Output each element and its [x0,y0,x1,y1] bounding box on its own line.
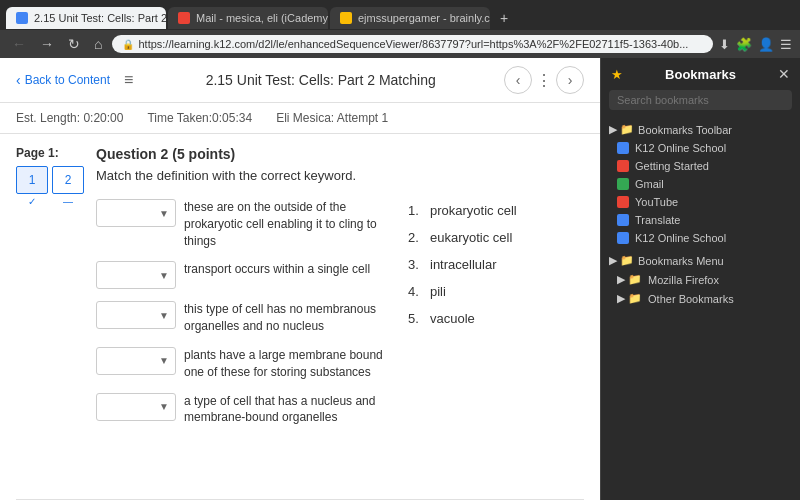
reload-button[interactable]: ↻ [64,34,84,54]
answers-column: 1. prokaryotic cell 2. eukaryotic cell 3… [408,199,517,326]
question-subtitle: Match the definition with the correct ke… [96,168,584,183]
answer-num-4: 4. [408,284,424,299]
browser-chrome: 2.15 Unit Test: Cells: Part 2 Ma... ✕ Ma… [0,0,800,58]
attempt-label: Eli Mesica: Attempt 1 [276,111,388,125]
url-text: https://learning.k12.com/d2l/le/enhanced… [138,38,688,50]
bookmarks-close-button[interactable]: ✕ [778,66,790,82]
back-arrow-icon: ‹ [16,72,21,88]
dropdown-2[interactable]: ▼ [96,261,176,289]
dropdown-1-arrow-icon: ▼ [159,208,169,219]
tab-3[interactable]: ejmssupergamer - brainly.com ✕ [330,7,490,29]
tab-favicon-3 [340,12,352,24]
back-to-content-label: Back to Content [25,73,110,87]
top-nav: ‹ Back to Content ≡ 2.15 Unit Test: Cell… [0,58,600,103]
bookmarks-title: Bookmarks [665,67,736,82]
bookmarks-star-icon: ★ [611,67,623,82]
answer-item-3: 3. intracellular [408,257,517,272]
url-box[interactable]: 🔒 https://learning.k12.com/d2l/le/enhanc… [112,35,713,53]
bookmarks-toolbar-header[interactable]: ▶ 📁 Bookmarks Toolbar [601,120,800,139]
dropdown-4[interactable]: ▼ [96,347,176,375]
page-layout: ‹ Back to Content ≡ 2.15 Unit Test: Cell… [0,58,800,500]
definition-text-3: this type of cell has no membranous orga… [184,301,384,335]
bookmark-k12-2[interactable]: K12 Online School [601,229,800,247]
more-options-button[interactable]: ⋮ [536,71,552,90]
definition-row-3: ▼ this type of cell has no membranous or… [96,301,384,335]
bookmark-other[interactable]: ▶ 📁 Other Bookmarks [601,289,800,308]
bookmark-favicon-k12-2 [617,232,629,244]
bookmark-label-mozilla: Mozilla Firefox [648,274,719,286]
home-button[interactable]: ⌂ [90,34,106,54]
tab-bar: 2.15 Unit Test: Cells: Part 2 Ma... ✕ Ma… [0,0,800,30]
page-item-1[interactable]: 1 [16,166,48,194]
definition-text-1: these are on the outside of the prokaryo… [184,199,384,249]
page-title: 2.15 Unit Test: Cells: Part 2 Matching [147,72,494,88]
folder-icon-toolbar: ▶ 📁 [609,123,634,136]
bookmarks-menu-header[interactable]: ▶ 📁 Bookmarks Menu [601,251,800,270]
prev-page-button[interactable]: ‹ [504,66,532,94]
nav-arrows: ‹ ⋮ › [504,66,584,94]
bookmarks-header: ★ Bookmarks ✕ [601,58,800,90]
question-area: Question 2 (5 points) Match the definiti… [96,146,584,487]
dropdown-5[interactable]: ▼ [96,393,176,421]
page-item-1-check: ✓ [16,196,48,207]
dropdown-5-arrow-icon: ▼ [159,401,169,412]
answer-text-5: vacuole [430,311,475,326]
bookmark-label-translate: Translate [635,214,680,226]
main-content: ‹ Back to Content ≡ 2.15 Unit Test: Cell… [0,58,600,500]
forward-nav-button[interactable]: → [36,34,58,54]
tab-label-1: 2.15 Unit Test: Cells: Part 2 Ma... [34,12,166,24]
tab-label-2: Mail - mesica, eli (iCademy Stu... [196,12,328,24]
back-nav-button[interactable]: ← [8,34,30,54]
question-points: (5 points) [172,146,235,162]
next-page-button[interactable]: › [556,66,584,94]
est-length: Est. Length: 0:20:00 [16,111,123,125]
bookmarks-menu-label: Bookmarks Menu [638,255,724,267]
bookmark-label-k12-1: K12 Online School [635,142,726,154]
bookmark-getting-started[interactable]: Getting Started [601,157,800,175]
answer-text-1: prokaryotic cell [430,203,517,218]
bookmarks-toolbar-label: Bookmarks Toolbar [638,124,732,136]
bookmarks-menu-section: ▶ 📁 Bookmarks Menu ▶ 📁 Mozilla Firefox ▶… [601,251,800,308]
extensions-icon[interactable]: 🧩 [736,37,752,52]
toolbar-icons: ⬇ 🧩 👤 ☰ [719,37,792,52]
dropdown-3[interactable]: ▼ [96,301,176,329]
bookmarks-panel: ★ Bookmarks ✕ ▶ 📁 Bookmarks Toolbar K12 … [600,58,800,500]
tab-active[interactable]: 2.15 Unit Test: Cells: Part 2 Ma... ✕ [6,7,166,29]
back-to-content-button[interactable]: ‹ Back to Content [16,72,110,88]
hamburger-menu-button[interactable]: ≡ [120,69,137,91]
definition-row-2: ▼ transport occurs within a single cell [96,261,384,289]
address-bar: ← → ↻ ⌂ 🔒 https://learning.k12.com/d2l/l… [0,30,800,58]
answer-num-3: 3. [408,257,424,272]
bookmark-translate[interactable]: Translate [601,211,800,229]
bookmark-favicon-translate [617,214,629,226]
answer-item-1: 1. prokaryotic cell [408,203,517,218]
page-item-2[interactable]: 2 [52,166,84,194]
menu-icon[interactable]: ☰ [780,37,792,52]
bookmark-folder-mozilla: ▶ 📁 [617,273,642,286]
tab-favicon-2 [178,12,190,24]
download-icon[interactable]: ⬇ [719,37,730,52]
definition-text-4: plants have a large membrane bound one o… [184,347,384,381]
bookmark-label-other: Other Bookmarks [648,293,734,305]
bookmark-favicon-k12 [617,142,629,154]
bookmarks-search-input[interactable] [609,90,792,110]
bookmark-k12-1[interactable]: K12 Online School [601,139,800,157]
bookmark-gmail[interactable]: Gmail [601,175,800,193]
bookmarks-toolbar-section: ▶ 📁 Bookmarks Toolbar K12 Online School … [601,120,800,247]
question-title: Question 2 (5 points) [96,146,584,162]
answer-item-5: 5. vacuole [408,311,517,326]
bookmark-mozilla[interactable]: ▶ 📁 Mozilla Firefox [601,270,800,289]
folder-icon-menu: ▶ 📁 [609,254,634,267]
answer-text-3: intracellular [430,257,496,272]
dropdown-2-arrow-icon: ▼ [159,270,169,281]
profile-icon[interactable]: 👤 [758,37,774,52]
question-number: Question 2 [96,146,168,162]
definition-text-5: a type of cell that has a nucleus and me… [184,393,384,427]
tab-2[interactable]: Mail - mesica, eli (iCademy Stu... ✕ [168,7,328,29]
bookmark-youtube[interactable]: YouTube [601,193,800,211]
bookmark-label-gmail: Gmail [635,178,664,190]
definition-row-1: ▼ these are on the outside of the prokar… [96,199,384,249]
answer-item-2: 2. eukaryotic cell [408,230,517,245]
dropdown-1[interactable]: ▼ [96,199,176,227]
new-tab-button[interactable]: + [492,6,516,30]
